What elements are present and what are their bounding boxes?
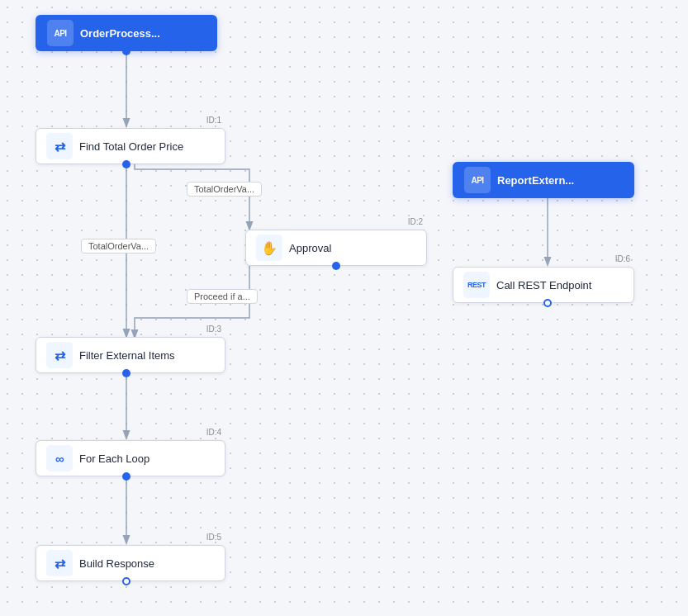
orderprocess-label: OrderProcess... [80,27,160,40]
node-for-each-loop[interactable]: ID:4 ∞ For Each Loop [36,440,225,476]
edge-label-totalorderva1: TotalOrderVa... [187,182,262,197]
call-rest-label: Call REST Endpoint [496,279,591,291]
node-call-rest[interactable]: ID:6 REST Call REST Endpoint [453,267,634,303]
node-id-3: ID:3 [206,325,221,334]
node-id-1: ID:1 [206,116,221,125]
node-find-total-order-price[interactable]: ID:1 ⇄ Find Total Order Price [36,128,225,164]
connector-dot-2 [122,160,130,168]
build-response-label: Build Response [79,557,154,570]
find-total-label: Find Total Order Price [79,140,183,153]
node-id-6: ID:6 [615,254,630,263]
split-icon-3: ⇄ [46,550,73,576]
loop-icon: ∞ [46,445,73,471]
approval-label: Approval [289,242,331,254]
connector-dot-approval [332,262,340,270]
node-approval[interactable]: ID:2 ✋ Approval [245,230,427,266]
for-each-label: For Each Loop [79,453,149,465]
node-build-response[interactable]: ID:5 ⇄ Build Response [36,545,225,581]
edge-label-proceed: Proceed if a... [187,289,258,304]
split-icon-1: ⇄ [46,133,73,159]
node-filter-external[interactable]: ID:3 ⇄ Filter External Items [36,337,225,373]
edge-label-totalorderva2: TotalOrderVa... [81,239,156,254]
api-icon: API [47,20,74,46]
node-reportextern[interactable]: API ReportExtern... [453,162,634,198]
reportextern-label: ReportExtern... [497,174,574,187]
filter-external-label: Filter External Items [79,349,175,362]
connector-dot-loop [122,472,130,481]
node-id-5: ID:5 [206,533,221,542]
split-icon-2: ⇄ [46,342,73,368]
node-id-2: ID:2 [408,217,423,226]
node-id-4: ID:4 [206,428,221,437]
api-icon-2: API [464,167,491,193]
connector-dot-filter [122,369,130,377]
connector-dot-build-hollow [122,577,130,585]
connector-dot [122,47,130,55]
rest-icon: REST [463,272,490,298]
connector-dot-rest-hollow [543,299,552,307]
hand-icon: ✋ [256,235,282,261]
canvas: API OrderProcess... ID:1 ⇄ Find Total Or… [0,0,688,616]
node-orderprocess[interactable]: API OrderProcess... [36,15,217,51]
